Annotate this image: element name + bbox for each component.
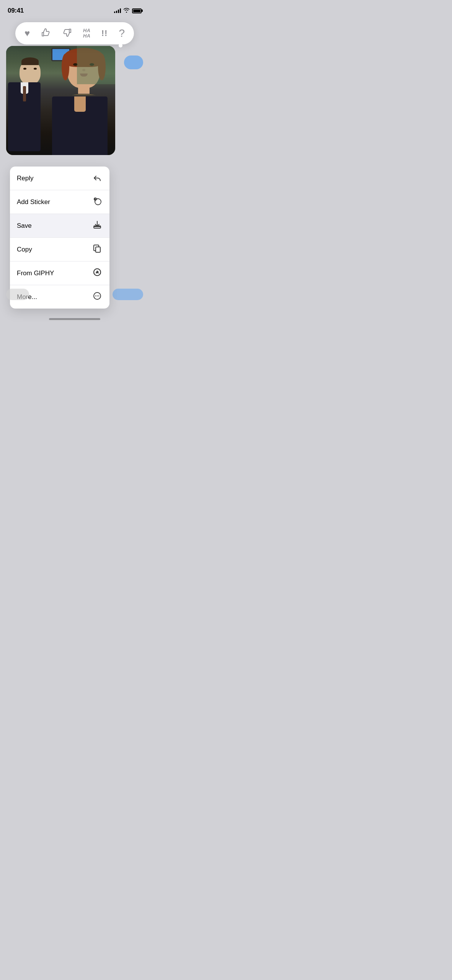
react-thumbsdown-button[interactable]: [60, 26, 73, 41]
react-question-button[interactable]: ?: [117, 26, 126, 40]
react-haha-button[interactable]: HAHA: [82, 26, 92, 41]
from-giphy-icon: A: [92, 268, 103, 279]
save-label: Save: [17, 222, 32, 230]
svg-rect-3: [96, 247, 100, 252]
add-sticker-menu-item[interactable]: Add Sticker: [10, 190, 109, 214]
reaction-bar: ♥ HAHA !! ?: [15, 22, 134, 44]
reply-label: Reply: [17, 175, 33, 182]
reply-menu-item[interactable]: Reply: [10, 167, 109, 190]
more-icon: [92, 291, 103, 302]
add-sticker-label: Add Sticker: [17, 198, 50, 206]
react-exclaim-button[interactable]: !!: [100, 28, 109, 39]
save-icon: [92, 220, 103, 231]
bottom-left-blur: [6, 289, 29, 300]
home-indicator[interactable]: [49, 318, 100, 320]
copy-label: Copy: [17, 246, 32, 253]
status-bar: 09:41: [0, 0, 149, 18]
signal-bars-icon: [114, 8, 121, 13]
react-thumbsup-button[interactable]: [39, 26, 52, 41]
svg-rect-2: [94, 227, 101, 228]
reply-icon: [92, 173, 103, 184]
bottom-right-blur: [113, 289, 143, 300]
svg-text:A: A: [96, 270, 99, 274]
save-menu-item[interactable]: Save: [10, 214, 109, 238]
copy-menu-item[interactable]: Copy: [10, 238, 109, 261]
message-image[interactable]: [6, 46, 115, 155]
from-giphy-menu-item[interactable]: From GIPHY A: [10, 261, 109, 285]
message-bubble: [6, 46, 143, 155]
context-menu: Reply Add Sticker Save: [10, 167, 109, 309]
add-sticker-icon: [92, 196, 103, 207]
svg-point-10: [98, 296, 99, 296]
chat-area: ♥ HAHA !! ?: [0, 22, 149, 309]
battery-icon: [132, 8, 142, 13]
status-time: 09:41: [8, 7, 24, 15]
svg-point-8: [95, 296, 96, 296]
react-heart-button[interactable]: ♥: [23, 27, 31, 39]
wifi-icon: [123, 8, 130, 14]
from-giphy-label: From GIPHY: [17, 270, 54, 277]
status-icons: [114, 8, 142, 14]
copy-icon: [92, 244, 103, 255]
svg-point-9: [97, 296, 98, 296]
